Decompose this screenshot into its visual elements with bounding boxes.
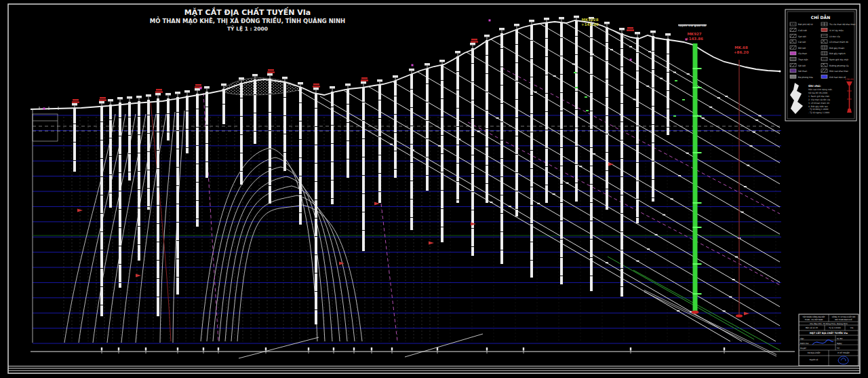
svg-text:Đường phương vỉa: Đường phương vỉa [829,64,849,67]
drawing-border [8,4,860,373]
geological-cross-section-canvas: MẶT CẮT ĐỊA CHẤT TUYẾN VIa MỎ THAN MẠO K… [0,0,868,378]
svg-text:TẬP ĐOÀN CÔNG NGHIỆP: TẬP ĐOÀN CÔNG NGHIỆP [803,316,825,318]
svg-text:CÔNG TY CP ĐỊA CHẤT MỎ: CÔNG TY CP ĐỊA CHẤT MỎ [832,316,855,318]
svg-text:Cát kết: Cát kết [798,41,806,43]
grid-layer [33,110,781,343]
svg-text:Kiểm tra:: Kiểm tra: [800,342,809,345]
svg-text:Sét kết: Sét kết [798,64,806,67]
svg-text:Bột kết: Bột kết [798,47,806,50]
svg-text:VIa: VIa [850,326,854,329]
svg-text:Vị trí lấy mẫu: Vị trí lấy mẫu [829,29,844,32]
svg-text:Tỷ lệ 1:2000: Tỷ lệ 1:2000 [828,326,841,329]
title-line-2: MỎ THAN MẠO KHÊ, THỊ XÃ ĐÔNG TRIỀU, TỈNH… [150,16,345,24]
svg-text:Sạn kết: Sạn kết [798,35,806,38]
svg-text:Than bẩn: Than bẩn [797,58,808,61]
svg-text:Mức cao tính bằng mét,: Mức cao tính bằng mét, [808,88,833,91]
svg-text:Đứt gãy nghịch: Đứt gãy nghịch [829,52,846,55]
elevation-scale-label: +30.00 [845,78,854,81]
svg-text:XN ĐỊA CHẤT: XN ĐỊA CHẤT [808,352,821,354]
svg-text:Người vẽ: Người vẽ [810,358,818,361]
legend-box: CHỈ DẪN Đất phủ đệ tứCuội kếtSạn kếtCát … [785,10,856,121]
title-block: TẬP ĐOÀN CÔNG NGHIỆPTHAN - KS VIỆT NAMCÔ… [799,314,859,366]
svg-text:- Tỷ lệ đứng 1:2000: - Tỷ lệ đứng 1:2000 [808,108,828,111]
mk68-name-label: MK.68 [734,45,748,50]
svg-text:THAN - KS VIỆT NAM: THAN - KS VIỆT NAM [805,318,823,321]
mk1228-name-label: MK1228 [581,18,598,22]
svg-text:Duyệt:: Duyệt: [800,347,806,349]
svg-text:Khu Mạo Khê, TX Đông Triều, Qu: Khu Mạo Khê, TX Đông Triều, Quảng Ninh [810,322,848,325]
svg-text:MỎ THAN MẠO KHÊ: MỎ THAN MẠO KHÊ [835,318,852,321]
svg-text:P. KỸ THUẬT: P. KỸ THUẬT [837,352,850,354]
cad-drawing-stage: MẶT CẮT ĐỊA CHẤT TUYẾN VIa MỎ THAN MẠO K… [0,0,868,378]
svg-text:Mức cao khai thác: Mức cao khai thác [829,70,848,73]
svg-text:3. Lỗ khoan thăm dò: 3. Lỗ khoan thăm dò [808,102,829,105]
mk68-elev-label: +86.20 [734,50,749,54]
svg-text:Đá phong hóa: Đá phong hóa [798,76,813,79]
svg-text:Đứt gãy thuận: Đứt gãy thuận [829,47,844,50]
svg-text:Sét than: Sét than [798,70,807,73]
mk1228-elev-label: +142.00 [581,22,599,26]
svg-text:Ngày:: Ngày: [837,342,842,345]
legend-title: CHỈ DẪN [811,14,830,20]
mk927-elev-label: +143.86 [686,37,703,41]
svg-text:Số BV:: Số BV: [837,337,843,340]
svg-text:- Tỷ lệ ngang 1:2000: - Tỷ lệ ngang 1:2000 [808,111,829,114]
svg-text:Ranh giới địa chất: Ranh giới địa chất [829,58,849,61]
title-line-1: MẶT CẮT ĐỊA CHẤT TUYẾN VIa [184,7,311,17]
svg-text:1. Ranh giới địa chất: 1. Ranh giới địa chất [808,95,830,98]
drawing-title: MẶT CẮT ĐỊA CHẤT TUYẾN VIa MỎ THAN MẠO K… [150,7,345,32]
svg-text:Lò dọc vỉa: Lò dọc vỉa [829,35,840,38]
svg-text:Lỗ khoan thăm dò: Lỗ khoan thăm dò [829,41,848,43]
mk927-name-label: MK927 [687,32,701,36]
title-line-3: TỶ LỆ 1 : 2000 [227,25,268,32]
svg-text:hệ tọa độ VN-2000.: hệ tọa độ VN-2000. [808,92,828,94]
svg-text:Bản vẽ số 15: Bản vẽ số 15 [806,326,818,329]
svg-text:Cuội kết: Cuội kết [798,29,808,32]
svg-text:MẶT CẮT ĐỊA CHẤT TUYẾN VIa: MẶT CẮT ĐỊA CHẤT TUYẾN VIa [810,331,848,335]
svg-text:2. Vỉa than và tên vỉa: 2. Vỉa than và tên vỉa [808,98,830,101]
svg-text:Tờ:: Tờ: [836,347,840,349]
station-note-label: tuyến VIa giao cắt [678,24,706,27]
svg-text:Lập:: Lập: [800,337,804,340]
svg-text:Đất phủ đệ tứ: Đất phủ đệ tứ [798,23,813,26]
svg-text:4. Đứt gãy kiến tạo: 4. Đứt gãy kiến tạo [808,105,828,108]
borehole-layer [72,16,743,324]
svg-text:Vỉa than: Vỉa than [798,52,807,55]
svg-text:Trụ vỉa than đã khai thác: Trụ vỉa than đã khai thác [829,23,856,26]
legend-note-heading: Ghi chú: [808,84,821,88]
svg-text:Giới hạn bảo vệ: Giới hạn bảo vệ [829,76,846,79]
